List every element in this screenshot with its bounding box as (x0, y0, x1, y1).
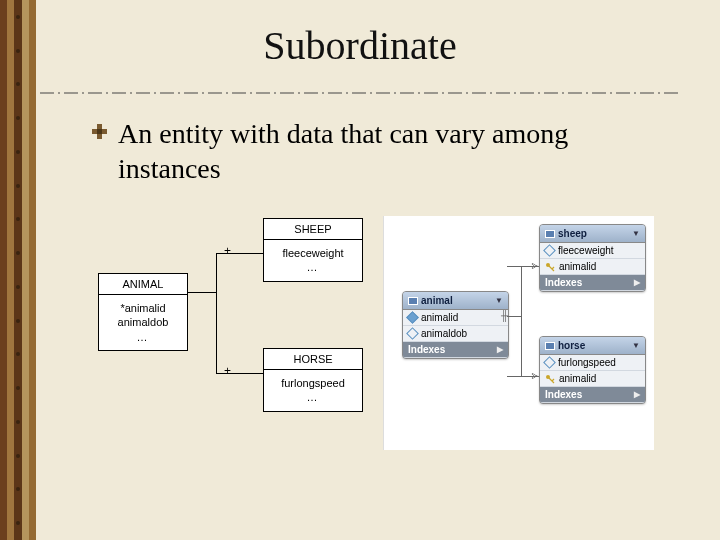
chevron-down-icon: ▼ (632, 229, 640, 238)
er-attr: fleeceweight (272, 246, 354, 260)
er-entity-animal: ANIMAL *animalid animaldob … (98, 273, 188, 351)
db-col: animaldob (403, 326, 508, 342)
db-indexes: Indexes ▶ (540, 275, 645, 291)
divider (0, 90, 720, 96)
db-col: animalid (540, 371, 645, 387)
db-table-header: sheep ▼ (540, 225, 645, 243)
db-diagram: animal ▼ animalid animaldob Indexes ▶ (383, 216, 654, 450)
db-table-horse: horse ▼ furlongspeed animalid Indexes ▶ (539, 336, 646, 404)
table-icon (545, 230, 555, 238)
one-end-icon: ╫ (501, 310, 508, 321)
db-col: furlongspeed (540, 355, 645, 371)
diagram-area: ANIMAL *animalid animaldob … SHEEP fleec… (98, 218, 648, 448)
er-entity-name: SHEEP (264, 219, 362, 240)
chevron-right-icon: ▶ (497, 345, 503, 354)
db-col: animalid (540, 259, 645, 275)
er-entity-sheep: SHEEP fleeceweight … (263, 218, 363, 282)
slide: Subordinate An entity with data that can… (0, 0, 720, 540)
er-plus-icon: + (224, 364, 231, 378)
er-entity-name: ANIMAL (99, 274, 187, 295)
db-col-name: animalid (559, 373, 596, 384)
chevron-down-icon: ▼ (632, 341, 640, 350)
col-icon (406, 327, 419, 340)
db-table-header: horse ▼ (540, 337, 645, 355)
bullet-icon (92, 124, 110, 142)
er-plus-icon: + (224, 244, 231, 258)
slide-title: Subordinate (0, 22, 720, 69)
chevron-down-icon: ▼ (495, 296, 503, 305)
db-col-name: furlongspeed (558, 357, 616, 368)
db-indexes: Indexes ▶ (540, 387, 645, 403)
db-indexes-label: Indexes (545, 277, 582, 288)
crowfoot-icon: ⪢ (530, 370, 540, 381)
key-icon (545, 262, 555, 272)
db-indexes-label: Indexes (545, 389, 582, 400)
db-table-name: horse (558, 340, 585, 351)
db-col: fleeceweight (540, 243, 645, 259)
table-icon (408, 297, 418, 305)
chevron-right-icon: ▶ (634, 390, 640, 399)
db-indexes-label: Indexes (408, 344, 445, 355)
er-entity-horse: HORSE furlongspeed … (263, 348, 363, 412)
chevron-right-icon: ▶ (634, 278, 640, 287)
col-icon (543, 356, 556, 369)
bullet-item: An entity with data that can vary among … (92, 116, 672, 186)
db-table-sheep: sheep ▼ fleeceweight animalid Indexes ▶ (539, 224, 646, 292)
crowfoot-icon: ⪢ (530, 260, 540, 271)
db-col-name: animaldob (421, 328, 467, 339)
db-table-animal: animal ▼ animalid animaldob Indexes ▶ (402, 291, 509, 359)
er-diagram: ANIMAL *animalid animaldob … SHEEP fleec… (98, 218, 368, 448)
db-col-name: fleeceweight (558, 245, 614, 256)
er-entity-body: furlongspeed … (264, 370, 362, 411)
er-ellipsis: … (272, 390, 354, 404)
key-icon (545, 374, 555, 384)
er-entity-name: HORSE (264, 349, 362, 370)
er-ellipsis: … (272, 260, 354, 274)
er-entity-body: fleeceweight … (264, 240, 362, 281)
db-col-name: animalid (559, 261, 596, 272)
table-icon (545, 342, 555, 350)
db-indexes: Indexes ▶ (403, 342, 508, 358)
er-attr: furlongspeed (272, 376, 354, 390)
db-col-name: animalid (421, 312, 458, 323)
er-attr: *animalid (107, 301, 179, 315)
db-table-name: sheep (558, 228, 587, 239)
er-entity-body: *animalid animaldob … (99, 295, 187, 350)
db-table-header: animal ▼ (403, 292, 508, 310)
er-ellipsis: … (107, 330, 179, 344)
decorative-border (0, 0, 36, 540)
col-icon (543, 244, 556, 257)
db-col: animalid (403, 310, 508, 326)
er-attr: animaldob (107, 315, 179, 329)
db-table-name: animal (421, 295, 453, 306)
bullet-text: An entity with data that can vary among … (118, 116, 672, 186)
pk-icon (406, 311, 419, 324)
